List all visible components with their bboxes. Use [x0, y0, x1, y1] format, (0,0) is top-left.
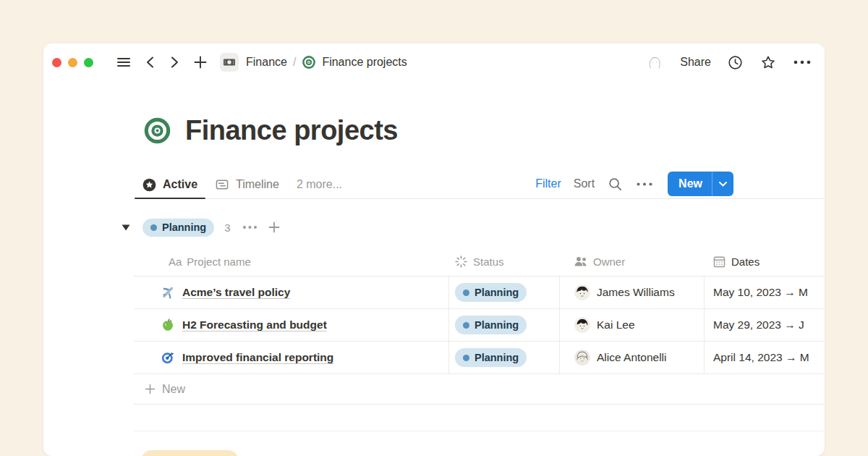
tab-timeline[interactable]: Timeline [206, 171, 288, 198]
dates-cell[interactable]: May 29, 2023 → J [704, 309, 825, 341]
finance-banknote-icon[interactable] [220, 53, 239, 72]
new-button-label[interactable]: New [668, 172, 712, 196]
filter-button[interactable]: Filter [535, 177, 561, 190]
owner-cell[interactable]: Alice Antonelli [559, 342, 704, 373]
new-button[interactable]: New [668, 172, 733, 196]
zoom-window-button[interactable] [84, 58, 93, 67]
breadcrumb-current-link[interactable]: Finance projects [322, 56, 407, 69]
column-label-owner: Owner [593, 256, 625, 268]
group-status-pill[interactable]: Planning [142, 219, 214, 237]
status-dot [463, 355, 469, 361]
traffic-lights [52, 58, 93, 67]
status-pill[interactable]: Planning [455, 316, 527, 334]
group-add-icon[interactable] [268, 221, 280, 233]
calendar-icon [712, 255, 726, 269]
more-options-icon[interactable] [793, 59, 812, 65]
green-apple-icon [161, 318, 175, 332]
new-page-icon[interactable] [193, 55, 208, 69]
status-cell[interactable]: Planning [448, 342, 559, 373]
new-button-chevron-down-icon[interactable] [712, 172, 733, 196]
status-cell[interactable]: Planning [448, 309, 559, 341]
group-count: 3 [224, 221, 230, 234]
minimize-window-button[interactable] [68, 58, 77, 67]
sidebar-menu-icon[interactable] [116, 54, 132, 70]
owner-name: Kai Lee [597, 318, 635, 332]
table-row: Improved financial reporting Planning Al… [134, 342, 825, 374]
airplane-icon [161, 285, 175, 300]
tab-active[interactable]: Active [134, 171, 206, 198]
back-icon[interactable] [144, 56, 156, 69]
window-topbar: Finance / Finance projects Share [43, 43, 825, 81]
people-icon [574, 255, 588, 268]
project-name-link[interactable]: H2 Forecasting and budget [182, 318, 327, 332]
forward-icon[interactable] [169, 56, 181, 69]
table-header-row: Aa Project name Status Owner Dates [134, 247, 825, 276]
column-label-dates: Dates [731, 256, 760, 268]
project-name-link[interactable]: Acme’s travel policy [182, 286, 290, 299]
status-dot [463, 322, 469, 329]
view-options-icon[interactable] [636, 182, 653, 187]
column-label-status: Status [473, 256, 504, 268]
kai-lee-avatar [574, 317, 590, 333]
column-header-project-name[interactable]: Aa Project name [134, 256, 448, 268]
owner-name: Alice Antonelli [597, 351, 667, 364]
blue-dart-icon [161, 350, 175, 365]
dates-cell[interactable]: April 14, 2023 → M [704, 342, 825, 373]
status-label: Planning [475, 352, 519, 363]
tab-active-label: Active [163, 178, 197, 191]
status-pill[interactable]: Planning [455, 348, 527, 367]
owner-name: James Williams [597, 286, 675, 299]
project-name-cell[interactable]: Acme’s travel policy [134, 276, 448, 308]
alice-antonelli-avatar [574, 350, 590, 366]
close-window-button[interactable] [52, 58, 61, 67]
search-icon[interactable] [607, 176, 624, 193]
status-label: Planning [475, 287, 519, 298]
updates-clock-icon[interactable] [727, 54, 744, 71]
breadcrumb-separator: / [293, 56, 296, 69]
group-header-planning: Planning 3 [122, 217, 280, 237]
status-spinner-icon [454, 255, 468, 269]
project-name-cell[interactable]: H2 Forecasting and budget [134, 309, 448, 341]
user-avatar[interactable] [645, 53, 664, 72]
column-header-owner[interactable]: Owner [559, 255, 704, 268]
project-name-cell[interactable]: Improved financial reporting [134, 342, 448, 373]
james-williams-avatar [574, 284, 590, 300]
favorite-star-icon[interactable] [760, 54, 777, 71]
tabs-more-link[interactable]: 2 more... [288, 178, 351, 191]
column-header-dates[interactable]: Dates [704, 255, 825, 269]
owner-cell[interactable]: James Williams [559, 276, 704, 308]
page-title[interactable]: Finance projects [185, 115, 398, 146]
group-collapse-triangle-icon[interactable] [122, 224, 130, 231]
share-button[interactable]: Share [680, 56, 711, 69]
next-group-pill[interactable] [142, 450, 238, 456]
tab-timeline-label: Timeline [236, 178, 279, 191]
projects-table: Aa Project name Status Owner Dates [134, 247, 825, 405]
group-options-icon[interactable] [242, 225, 258, 229]
add-new-row-button[interactable]: New [134, 374, 825, 405]
status-dot [150, 224, 157, 231]
app-window: Finance / Finance projects Share [43, 43, 825, 456]
view-tabs-bar: Active Timeline 2 more... Filter Sort Ne… [134, 171, 825, 199]
group-status-label: Planning [162, 221, 206, 233]
add-new-row-label: New [162, 383, 185, 396]
dates-value: May 10, 2023 → M [713, 286, 808, 299]
table-row: H2 Forecasting and budget Planning Kai L… [134, 309, 825, 342]
breadcrumb-parent-link[interactable]: Finance [246, 56, 287, 69]
status-cell[interactable]: Planning [448, 276, 559, 308]
breadcrumb: Finance / Finance projects [246, 55, 407, 69]
status-label: Planning [475, 319, 519, 331]
dates-value: May 29, 2023 → J [713, 318, 804, 332]
sort-button[interactable]: Sort [574, 177, 595, 190]
column-label-project-name: Project name [187, 256, 250, 268]
dates-value: April 14, 2023 → M [713, 351, 809, 364]
plus-icon [145, 384, 156, 394]
status-dot [463, 290, 469, 296]
owner-cell[interactable]: Kai Lee [559, 309, 704, 341]
column-header-status[interactable]: Status [448, 255, 559, 269]
project-name-link[interactable]: Improved financial reporting [182, 351, 333, 364]
dates-cell[interactable]: May 10, 2023 → M [704, 276, 825, 308]
page-icon-target[interactable] [143, 117, 171, 145]
target-icon [302, 55, 316, 69]
status-pill[interactable]: Planning [455, 283, 527, 302]
table-row: Acme’s travel policy Planning James Will… [134, 276, 825, 309]
